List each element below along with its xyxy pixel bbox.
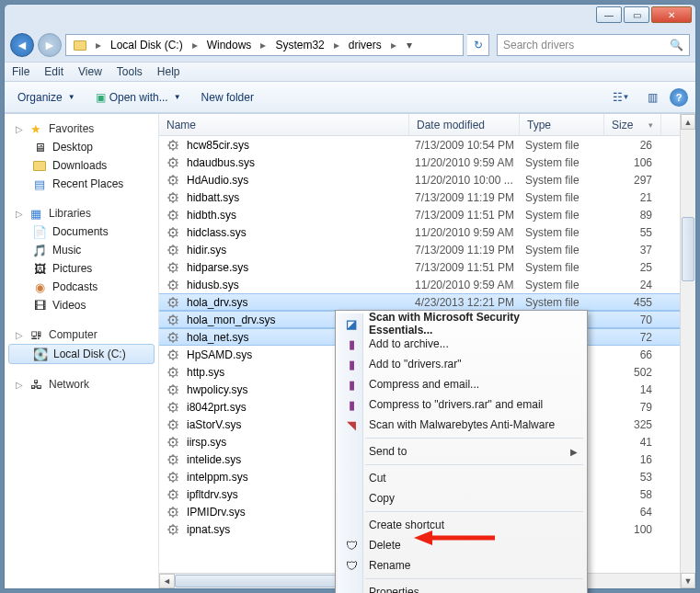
tree-libraries[interactable]: ▷▦Libraries (5, 204, 158, 222)
ctx-scan-mse[interactable]: ◪Scan with Microsoft Security Essentials… (338, 314, 585, 334)
downloads-icon (32, 158, 47, 173)
tree-desktop[interactable]: 🖥Desktop (5, 138, 158, 156)
file-date: 11/20/2010 9:59 AM (415, 156, 525, 169)
file-date: 11/20/2010 9:59 AM (415, 226, 525, 239)
breadcrumb[interactable]: drivers (343, 35, 387, 55)
svg-point-3 (172, 161, 174, 163)
col-name[interactable]: Name (159, 114, 409, 135)
tree-videos[interactable]: 🎞Videos (5, 296, 158, 314)
file-type: System file (525, 156, 610, 169)
tree-documents[interactable]: 📄Documents (5, 222, 158, 241)
rar-icon: ▮ (343, 356, 360, 372)
close-button[interactable]: ✕ (651, 6, 692, 23)
newfolder-button[interactable]: New folder (196, 87, 259, 108)
file-row[interactable]: hidbatt.sys7/13/2009 11:19 PMSystem file… (159, 188, 695, 206)
tree-localdisk[interactable]: 💽Local Disk (C:) (8, 344, 155, 364)
sys-file-icon (166, 418, 181, 431)
file-row[interactable]: hidusb.sys11/20/2010 9:59 AMSystem file2… (159, 276, 695, 293)
ctx-create-shortcut[interactable]: Create shortcut (338, 515, 585, 535)
ctx-sendto[interactable]: Send to▶ (338, 441, 585, 462)
ctx-delete[interactable]: 🛡Delete (338, 535, 585, 555)
tree-recent[interactable]: ▤Recent Places (5, 175, 158, 193)
sys-file-icon (166, 279, 181, 291)
svg-point-27 (172, 371, 174, 372)
tree-downloads[interactable]: Downloads (5, 156, 158, 175)
ctx-compress-email[interactable]: ▮Compress and email... (338, 374, 585, 394)
maximize-button[interactable]: ▭ (624, 6, 649, 23)
svg-point-5 (172, 178, 174, 180)
context-menu: ◪Scan with Microsoft Security Essentials… (335, 310, 588, 593)
ctx-compress-drivers-email[interactable]: ▮Compress to "drivers.rar" and email (338, 394, 585, 415)
organize-button[interactable]: Organize▼ (12, 87, 81, 108)
breadcrumb[interactable]: Local Disk (C:) (105, 35, 189, 55)
svg-point-9 (172, 213, 174, 215)
file-row[interactable]: hcw85cir.sys7/13/2009 10:54 PMSystem fil… (159, 136, 695, 154)
menu-help[interactable]: Help (157, 65, 180, 78)
file-row[interactable]: hdaudbus.sys11/20/2010 9:59 AMSystem fil… (159, 154, 695, 171)
file-size: 41 (610, 436, 660, 449)
menu-bar: File Edit View Tools Help (5, 62, 695, 82)
file-row[interactable]: hidclass.sys11/20/2010 9:59 AMSystem fil… (159, 223, 695, 241)
search-icon: 🔍 (670, 39, 683, 51)
view-mode-button[interactable]: ☷ ▼ (607, 87, 635, 108)
file-type: System file (525, 209, 610, 222)
addr-dropdown-icon[interactable]: ▾ (400, 39, 419, 51)
menu-file[interactable]: File (12, 65, 29, 78)
ctx-properties[interactable]: Properties (338, 582, 585, 593)
address-bar[interactable]: ▸ Local Disk (C:) ▸ Windows ▸ System32 ▸… (65, 34, 464, 56)
tree-pictures[interactable]: 🖼Pictures (5, 259, 158, 278)
breadcrumb[interactable]: System32 (270, 35, 329, 55)
preview-pane-button[interactable]: ▥ (638, 87, 666, 108)
menu-view[interactable]: View (78, 65, 102, 78)
search-box[interactable]: Search drivers 🔍 (497, 34, 690, 56)
file-row[interactable]: HdAudio.sys11/20/2010 10:00 ...System fi… (159, 171, 695, 188)
menu-tools[interactable]: Tools (117, 65, 143, 78)
scroll-left-button[interactable]: ◄ (159, 574, 175, 588)
file-row[interactable]: hidir.sys7/13/2009 11:19 PMSystem file37 (159, 241, 695, 258)
col-type[interactable]: Type (520, 114, 604, 135)
ctx-scan-mbam[interactable]: ◥Scan with Malwarebytes Anti-Malware (338, 415, 585, 435)
back-button[interactable]: ◄ (10, 33, 34, 57)
tree-music[interactable]: 🎵Music (5, 241, 158, 259)
svg-point-33 (172, 423, 174, 425)
sys-file-icon (166, 244, 181, 257)
help-button[interactable]: ? (670, 88, 688, 107)
file-row[interactable]: hola_drv.sys4/23/2013 12:21 PMSystem fil… (159, 293, 695, 311)
svg-point-13 (172, 248, 174, 250)
tree-favorites[interactable]: ▷★Favorites (5, 120, 158, 138)
col-date[interactable]: Date modified (409, 114, 520, 135)
minimize-button[interactable]: — (596, 6, 622, 23)
ctx-copy[interactable]: Copy (338, 488, 585, 508)
file-size: 25 (610, 261, 660, 274)
sys-file-icon (166, 191, 181, 204)
v-scroll-thumb[interactable] (682, 217, 694, 281)
ctx-rename[interactable]: 🛡Rename (338, 555, 585, 576)
svg-point-15 (172, 266, 174, 268)
col-size[interactable]: Size▾ (604, 114, 661, 135)
scroll-up-button[interactable]: ▲ (681, 114, 695, 130)
tree-network[interactable]: ▷🖧Network (5, 375, 158, 393)
svg-point-41 (172, 493, 174, 495)
sys-file-icon (166, 156, 181, 169)
tree-computer[interactable]: ▷🖳Computer (5, 325, 158, 344)
forward-button[interactable]: ► (38, 33, 62, 57)
ctx-cut[interactable]: Cut (338, 468, 585, 488)
tree-podcasts[interactable]: ◉Podcasts (5, 278, 158, 296)
rar-icon: ▮ (343, 376, 360, 393)
breadcrumb[interactable]: Windows (201, 35, 258, 55)
svg-point-19 (172, 301, 174, 302)
ctx-add-drivers[interactable]: ▮Add to "drivers.rar" (338, 354, 585, 374)
folder-icon (68, 35, 92, 55)
file-row[interactable]: hidparse.sys7/13/2009 11:51 PMSystem fil… (159, 258, 695, 276)
file-date: 7/13/2009 11:19 PM (415, 244, 525, 257)
menu-edit[interactable]: Edit (44, 65, 63, 78)
file-size: 106 (610, 156, 660, 169)
file-row[interactable]: hidbth.sys7/13/2009 11:51 PMSystem file8… (159, 206, 695, 223)
ctx-add-archive[interactable]: ▮Add to archive... (338, 334, 585, 354)
scroll-down-button[interactable]: ▼ (681, 573, 695, 588)
refresh-button[interactable]: ↻ (467, 34, 489, 56)
v-scrollbar[interactable]: ▲ ▼ (680, 114, 695, 588)
svg-point-37 (172, 458, 174, 460)
openwith-button[interactable]: ▣Open with...▼ (90, 87, 187, 108)
file-name: hidbth.sys (187, 209, 415, 222)
